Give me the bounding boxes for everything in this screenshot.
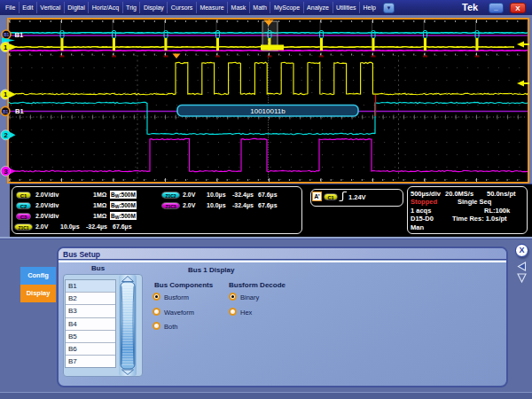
svg-text:B1: B1: [15, 107, 24, 115]
svg-text:2: 2: [4, 131, 7, 139]
svg-text:1: 1: [4, 43, 7, 51]
svg-text:3: 3: [4, 168, 7, 176]
svg-text:B1: B1: [4, 33, 9, 37]
svg-text:1: 1: [4, 90, 7, 98]
svg-text:B1: B1: [3, 110, 8, 114]
svg-text:10010011b: 10010011b: [250, 107, 286, 115]
svg-text:B1: B1: [15, 31, 24, 39]
